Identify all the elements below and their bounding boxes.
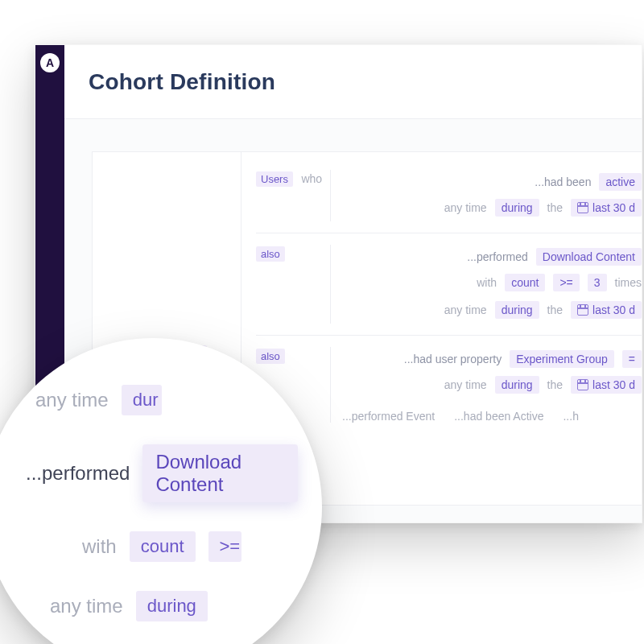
the-label: the: [547, 378, 563, 391]
page-title: Cohort Definition: [89, 69, 275, 95]
value-token[interactable]: 3: [588, 274, 607, 291]
suggestion-item[interactable]: ...h: [563, 410, 578, 423]
time-scope-label: any time: [444, 378, 487, 391]
during-token[interactable]: during: [495, 376, 539, 394]
clause-lead: also: [256, 245, 325, 262]
lead-text: who: [301, 172, 322, 185]
state-token[interactable]: active: [599, 173, 642, 191]
clause-lead: Users who: [256, 170, 325, 187]
date-range-token[interactable]: last 30 d: [571, 301, 642, 319]
lens-during-token[interactable]: during: [136, 591, 208, 621]
clause-divider: [330, 347, 331, 423]
lens-any-time-label: any time: [35, 389, 109, 411]
lens-with-label: with: [82, 535, 117, 558]
property-token[interactable]: Experiment Group: [510, 350, 614, 368]
operator-token[interactable]: =: [622, 350, 642, 368]
clause-lead: also: [256, 347, 325, 364]
lens-any-time-label: any time: [50, 595, 123, 617]
suggestion-item[interactable]: ...had been Active: [454, 410, 543, 423]
time-scope-label: any time: [444, 201, 487, 214]
clause-body: ...had been active any time during the l…: [342, 170, 642, 221]
during-token[interactable]: during: [495, 199, 539, 217]
lens-event-token[interactable]: Download Content: [142, 444, 298, 502]
the-label: the: [547, 201, 563, 214]
operator-token[interactable]: >=: [553, 274, 579, 291]
predicate-lead: ...performed: [467, 250, 527, 263]
subject-token[interactable]: Users: [256, 171, 293, 187]
clause-divider: [330, 170, 331, 221]
during-token[interactable]: during: [495, 301, 539, 319]
lens-during-token[interactable]: dur: [122, 385, 162, 415]
metric-token[interactable]: count: [505, 274, 545, 291]
event-token[interactable]: Download Content: [536, 248, 642, 266]
the-label: the: [547, 303, 563, 316]
joiner-token[interactable]: also: [256, 349, 285, 364]
page-header: Cohort Definition: [64, 45, 642, 119]
clause-row: Users who ...had been active any time: [256, 167, 642, 233]
suggestion-item[interactable]: ...performed Event: [342, 410, 435, 423]
time-scope-label: any time: [444, 303, 487, 316]
brand-letter: A: [46, 56, 54, 69]
lens-count-token[interactable]: count: [130, 531, 196, 562]
brand-logo-icon[interactable]: A: [40, 53, 60, 72]
date-range-token[interactable]: last 30 d: [571, 376, 642, 394]
clause-body: ...performed Download Content with count…: [342, 245, 642, 324]
clause-body: ...had user property Experiment Group = …: [342, 347, 642, 423]
lens-operator-token[interactable]: >=: [208, 531, 242, 562]
predicate-lead: ...had been: [535, 175, 591, 188]
date-range-token[interactable]: last 30 d: [571, 199, 642, 217]
clause-divider: [330, 245, 331, 324]
predicate-lead: ...had user property: [404, 353, 502, 365]
with-label: with: [477, 276, 497, 289]
lens-performed-lead: ...performed: [26, 462, 130, 485]
suggestion-row: ...performed Event ...had been Active ..…: [342, 398, 642, 423]
joiner-token[interactable]: also: [256, 246, 285, 262]
clause-row: also ...had user property Experiment Gro…: [256, 344, 642, 434]
unit-label: times: [615, 276, 642, 289]
clause-row: also ...performed Download Content with …: [256, 242, 642, 336]
